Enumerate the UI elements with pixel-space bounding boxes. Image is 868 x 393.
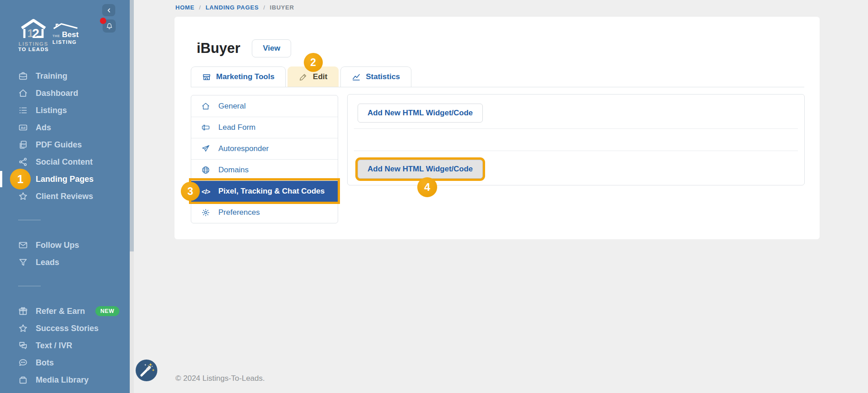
ad-icon xyxy=(18,123,28,133)
magic-wand-icon xyxy=(136,360,157,381)
chat-dots-icon xyxy=(18,358,28,368)
main-content: HOME / LANDING PAGES / IBUYER iBuyer Vie… xyxy=(134,0,868,393)
star-icon xyxy=(18,191,28,201)
sidebar-item-bots[interactable]: Bots xyxy=(0,354,130,371)
breadcrumb-separator: / xyxy=(199,4,201,11)
subnav-item-domains[interactable]: Domains xyxy=(191,159,338,180)
subnav-item-general[interactable]: General xyxy=(191,95,338,117)
sidebar-item-ads[interactable]: Ads xyxy=(0,119,130,136)
sidebar-item-follow-ups[interactable]: Follow Ups xyxy=(0,237,130,254)
sidebar-collapse-button[interactable] xyxy=(102,4,115,16)
house-logo-icon: 1 2 xyxy=(20,19,47,39)
tab-bar: Marketing Tools 2 Edit Statistics xyxy=(191,66,804,87)
code-icon: </> xyxy=(201,188,210,195)
footer-copyright: © 2024 Listings-To-Leads. xyxy=(175,374,265,383)
magic-wand-button[interactable] xyxy=(136,360,157,381)
scrollbar-thumb[interactable] xyxy=(130,0,134,251)
subnav-item-pixel-tracking-chat-codes[interactable]: 3 </> Pixel, Tracking & Chat Codes xyxy=(191,180,338,202)
step-badge-4: 4 xyxy=(417,177,437,197)
archive-icon xyxy=(18,375,28,385)
sidebar: 1 2 LISTINGS TO LEADS THE Best LISTING T… xyxy=(0,0,130,393)
settings-subnav: General Lead Form Autoresponder Domains … xyxy=(191,95,338,223)
sidebar-item-success-stories[interactable]: Success Stories xyxy=(0,320,130,337)
mail-icon xyxy=(18,240,28,250)
sidebar-item-dashboard[interactable]: Dashboard xyxy=(0,85,130,102)
sidebar-item-media-library[interactable]: Media Library xyxy=(0,371,130,388)
chart-icon xyxy=(352,72,361,81)
subnav-item-autoresponder[interactable]: Autoresponder xyxy=(191,138,338,159)
notification-dot xyxy=(100,18,106,24)
globe-icon xyxy=(201,166,210,175)
sidebar-item-listings[interactable]: Listings xyxy=(0,102,130,119)
tab-edit[interactable]: 2 Edit xyxy=(288,66,339,87)
pdf-icon xyxy=(18,140,28,150)
panel-divider xyxy=(354,151,798,151)
step-badge-2: 2 xyxy=(304,53,323,72)
svg-text:2: 2 xyxy=(32,26,39,39)
breadcrumb-home[interactable]: HOME xyxy=(175,4,194,11)
bell-icon xyxy=(105,22,113,30)
tab-marketing-tools[interactable]: Marketing Tools xyxy=(191,66,286,87)
gift-icon xyxy=(18,306,28,316)
new-badge: NEW xyxy=(95,306,119,316)
sidebar-item-leads[interactable]: Leads xyxy=(0,254,130,271)
sidebar-nav: Training Dashboard Listings Ads PDF Guid… xyxy=(0,67,130,388)
view-button[interactable]: View xyxy=(252,39,291,57)
chat-text-icon xyxy=(18,341,28,350)
listings-to-leads-logo[interactable]: 1 2 LISTINGS TO LEADS xyxy=(16,19,51,52)
funnel-icon xyxy=(18,257,28,267)
logo-text-to-leads: TO LEADS xyxy=(16,47,51,52)
briefcase-icon xyxy=(18,71,28,81)
breadcrumb-current: IBUYER xyxy=(270,4,294,11)
active-indicator xyxy=(0,171,2,187)
send-icon xyxy=(201,144,210,153)
html-widgets-panel: Add New HTML Widget/Code Add New HTML Wi… xyxy=(347,94,805,185)
tab-statistics[interactable]: Statistics xyxy=(340,66,411,87)
sidebar-item-social-content[interactable]: Social Content xyxy=(0,153,130,170)
storefront-icon xyxy=(202,72,211,81)
chevron-left-icon xyxy=(105,7,113,14)
best-listing-logo[interactable]: THE Best LISTING xyxy=(52,23,82,45)
gear-icon xyxy=(201,208,210,217)
sidebar-divider xyxy=(18,220,41,220)
notifications-button[interactable] xyxy=(103,19,116,33)
sidebar-item-training[interactable]: Training xyxy=(0,67,130,85)
breadcrumb-landing-pages[interactable]: LANDING PAGES xyxy=(206,4,259,11)
breadcrumb: HOME / LANDING PAGES / IBUYER xyxy=(175,4,294,11)
step-badge-3: 3 xyxy=(181,182,200,201)
page-title: iBuyer xyxy=(197,40,240,57)
sidebar-item-pdf-guides[interactable]: PDF Guides xyxy=(0,136,130,153)
step-badge-1: 1 xyxy=(10,169,31,189)
logo-text-listings: LISTINGS xyxy=(16,41,51,47)
list-icon xyxy=(18,105,28,115)
share-icon xyxy=(18,157,28,167)
breadcrumb-separator: / xyxy=(263,4,265,11)
sidebar-divider xyxy=(18,286,41,286)
pencil-icon xyxy=(299,72,308,81)
home-icon xyxy=(18,88,28,98)
sidebar-item-client-reviews[interactable]: Client Reviews xyxy=(0,188,130,205)
logo-text-listing: LISTING xyxy=(52,39,82,45)
subnav-item-lead-form[interactable]: Lead Form xyxy=(191,117,338,138)
add-html-widget-button-top[interactable]: Add New HTML Widget/Code xyxy=(358,104,483,123)
input-cursor-icon xyxy=(201,123,210,132)
sidebar-item-text-ivr[interactable]: Text / IVR xyxy=(0,337,130,354)
sidebar-scrollbar[interactable] xyxy=(130,0,134,393)
roof-logo-icon xyxy=(52,23,79,29)
panel-divider xyxy=(354,128,798,129)
page-card: iBuyer View Marketing Tools 2 Edit Stati… xyxy=(175,17,820,239)
home-icon xyxy=(201,102,210,111)
star-icon xyxy=(18,323,28,333)
sidebar-item-landing-pages[interactable]: 1 Landing Pages xyxy=(0,170,130,188)
add-html-widget-button-highlighted[interactable]: Add New HTML Widget/Code xyxy=(358,160,483,179)
sidebar-item-refer-earn[interactable]: Refer & Earn NEW xyxy=(0,303,130,320)
subnav-item-preferences[interactable]: Preferences xyxy=(191,202,338,223)
logo-text-best: Best xyxy=(62,30,79,39)
logo-text-the: THE xyxy=(52,34,60,38)
